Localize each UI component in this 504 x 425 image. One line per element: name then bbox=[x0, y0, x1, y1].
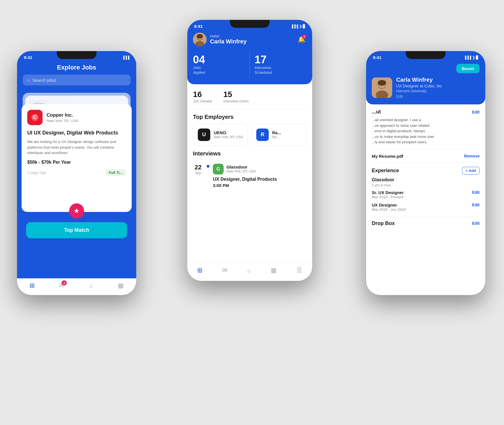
interviews-section: Interviews 22 Sep G bbox=[193, 150, 306, 191]
blue-dot bbox=[207, 165, 209, 168]
r-logo: R bbox=[256, 129, 269, 141]
status-icons-left: ▐▐▐ bbox=[122, 56, 129, 60]
nav-calendar-center[interactable]: ▦ bbox=[271, 267, 277, 274]
full-time-badge: Full Ti... bbox=[105, 169, 126, 176]
exp-role-period-ux: Mar 2016 - Jun 2018 bbox=[372, 207, 406, 212]
interview-given-number: 15 bbox=[223, 90, 249, 99]
job-salary: $50k - $70k Per Year bbox=[27, 160, 126, 165]
explore-header: Explore Jobs ⌕ Search jobs| bbox=[17, 61, 136, 90]
notch-right bbox=[406, 51, 446, 59]
exp-edit-ux[interactable]: Edit bbox=[472, 203, 480, 207]
exp-company-name: Glassdoor bbox=[372, 177, 480, 182]
nav-mail[interactable]: ✉ bbox=[222, 267, 227, 274]
company-location: New York, NY, USA bbox=[47, 119, 78, 123]
experience-glassdoor: Glassdoor 2 yrs 8 mos Sr. UX Designer Ma… bbox=[372, 177, 480, 212]
user-avatar-center bbox=[193, 33, 207, 46]
profile-name: Carla Winfrey bbox=[396, 77, 442, 83]
about-header-row: ...ut Edit bbox=[372, 109, 480, 115]
interview-given-label: Interview Given bbox=[223, 99, 249, 103]
employer-cards: U UENO. New York, NY, USA R Ra... Ne... bbox=[193, 124, 306, 146]
resume-row: My Resume.pdf Remove bbox=[372, 150, 480, 163]
ueno-info: UENO. New York, NY, USA bbox=[214, 130, 243, 139]
hello-text: Hello! bbox=[210, 34, 247, 38]
exp-edit-sr[interactable]: Edit bbox=[472, 190, 480, 195]
signal-icon-left: ▐▐▐ bbox=[122, 56, 129, 60]
status-icons-center: ▐▐▐ ❯ ▊ bbox=[291, 24, 305, 28]
exp-role-info-ux: UX Designer Mar 2016 - Jun 2018 Edit bbox=[372, 203, 480, 212]
job-card-main[interactable]: C Copper Inc. New York, NY, USA UI UX De… bbox=[22, 104, 132, 212]
dot-line bbox=[207, 164, 209, 168]
nav-messages[interactable]: ✉ 3 bbox=[59, 282, 64, 289]
interviews-title: Interviews bbox=[193, 150, 306, 157]
remove-resume-link[interactable]: Remove bbox=[464, 154, 480, 158]
nav-menu[interactable]: ☰ bbox=[297, 267, 302, 274]
bell-badge: 3 bbox=[302, 34, 306, 39]
exp-role-period-sr: Mar 2018 - Present bbox=[372, 195, 404, 199]
search-placeholder: Search jobs| bbox=[32, 78, 56, 83]
job-cards-area: UENO C Cop bbox=[17, 90, 136, 278]
job-meta: 3 Days Ago Full Ti... bbox=[27, 169, 126, 176]
interview-month: Sep bbox=[193, 171, 203, 175]
exp-role-ux: UX Designer Mar 2016 - Jun 2018 Edit bbox=[372, 203, 480, 212]
phone-dashboard: 9:41 ▐▐▐ ❯ ▊ bbox=[187, 20, 312, 281]
r-info: Ra... Ne... bbox=[272, 130, 281, 139]
resume-filename: My Resume.pdf bbox=[372, 154, 403, 159]
about-text: ...ail oreinted designer. I use a ...ve … bbox=[372, 117, 480, 145]
profile-education: Harvard University bbox=[396, 89, 442, 93]
interview-company-row: G Glassdoor New York, NY, USA bbox=[213, 164, 306, 174]
explore-title: Explore Jobs bbox=[23, 64, 131, 71]
experience-section: Experience + Add Glassdoor 2 yrs 8 mos S… bbox=[372, 163, 480, 216]
jobs-applied-number: 04 bbox=[193, 54, 245, 65]
about-edit-link[interactable]: Edit bbox=[472, 110, 480, 114]
r-name: Ra... bbox=[272, 130, 281, 135]
ueno-logo: U bbox=[198, 129, 210, 141]
profile-header: Boost Carl bbox=[366, 61, 485, 104]
search-bar[interactable]: ⌕ Search jobs| bbox=[23, 75, 131, 85]
company-info: Copper Inc. New York, NY, USA bbox=[47, 112, 78, 123]
message-badge: 3 bbox=[62, 280, 67, 285]
job-description: We are looking for a UX Designer design … bbox=[27, 139, 126, 156]
nav-search-center[interactable]: ⌕ bbox=[247, 267, 251, 274]
exp-role-title-ux: UX Designer bbox=[372, 203, 406, 207]
job-viewed-number: 16 bbox=[193, 90, 212, 99]
company-logo: C bbox=[27, 110, 43, 125]
phone-explore-jobs: 9:41 ▐▐▐ Explore Jobs ⌕ Search jobs| bbox=[17, 51, 136, 295]
interview-day: 22 bbox=[193, 164, 203, 171]
time-right: 9:41 bbox=[373, 55, 381, 60]
bell-button[interactable]: 🔔 3 bbox=[296, 34, 306, 45]
r-location: Ne... bbox=[272, 135, 281, 139]
user-row: Hello! Carla Winfrey 🔔 3 bbox=[193, 33, 306, 46]
job-viewed-label: Job Viewed bbox=[193, 99, 212, 103]
glassdoor-info: Glassdoor New York, NY, USA bbox=[226, 165, 256, 173]
bottom-nav-left: ⊞ ✉ 3 ⌕ ▦ bbox=[17, 278, 136, 295]
star-button[interactable]: ★ bbox=[69, 203, 84, 218]
job-viewed-stat: 16 Job Viewed bbox=[193, 90, 212, 103]
profile-edit-link[interactable]: Edit bbox=[396, 94, 442, 99]
employer-card-r[interactable]: R Ra... Ne... bbox=[251, 124, 306, 146]
time-center: 9:41 bbox=[194, 24, 203, 29]
company-section: C Copper Inc. New York, NY, USA bbox=[27, 110, 126, 125]
mini-stats: 16 Job Viewed 15 Interview Given bbox=[193, 84, 306, 109]
company-name: Copper Inc. bbox=[47, 112, 78, 118]
svg-text:C: C bbox=[33, 114, 37, 120]
notch-center bbox=[230, 20, 270, 28]
top-match-button[interactable]: Top Match bbox=[26, 222, 127, 238]
interview-given-stat: 15 Interview Given bbox=[223, 90, 249, 103]
ueno-name: UENO. bbox=[214, 130, 243, 135]
nav-search[interactable]: ⌕ bbox=[89, 282, 93, 289]
exp-role-info-sr: Sr. UX Designer Mar 2018 - Present bbox=[372, 190, 404, 199]
dropbox-edit-link[interactable]: Edit bbox=[472, 221, 480, 226]
nav-grid[interactable]: ⊞ bbox=[30, 282, 35, 289]
add-experience-button[interactable]: + Add bbox=[462, 167, 480, 174]
interviews-number: 17 bbox=[255, 54, 306, 65]
search-nav-icon: ⌕ bbox=[89, 282, 93, 289]
nav-calendar[interactable]: ▦ bbox=[118, 282, 124, 289]
about-section: ...ut Edit ...ail oreinted designer. I u… bbox=[372, 104, 480, 150]
dashboard-header: Hello! Carla Winfrey 🔔 3 04 JobsApplie bbox=[187, 30, 312, 84]
nav-home[interactable]: ⊞ bbox=[197, 267, 202, 274]
top-employers-title: Top Employers bbox=[193, 114, 306, 120]
interview-company-loc: New York, NY, USA bbox=[226, 169, 256, 173]
boost-button[interactable]: Boost bbox=[456, 64, 480, 73]
employer-card-ueno[interactable]: U UENO. New York, NY, USA bbox=[193, 124, 248, 146]
scene: 9:41 ▐▐▐ Explore Jobs ⌕ Search jobs| bbox=[0, 0, 504, 425]
